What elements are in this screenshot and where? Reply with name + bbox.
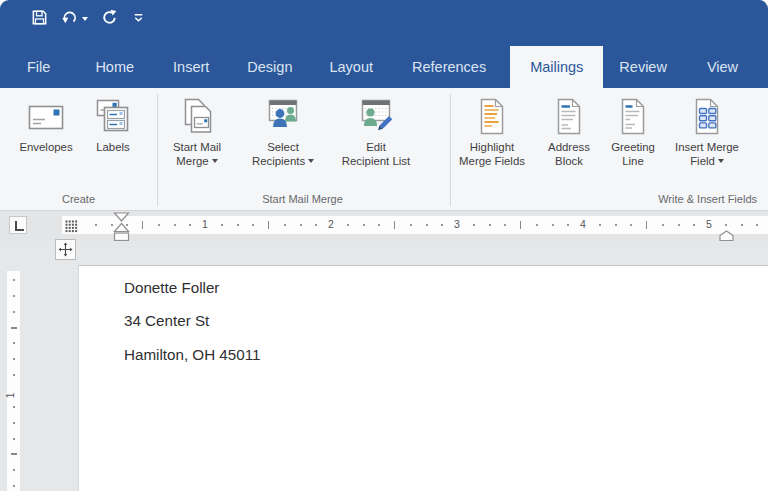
- address-line: Donette Foller: [124, 271, 260, 304]
- button-label: Address: [548, 141, 590, 155]
- vertical-ruler-strip[interactable]: 1: [7, 271, 20, 491]
- ruler-tick: [13, 469, 15, 471]
- button-label: Recipients: [252, 155, 305, 167]
- title-bar: [0, 0, 768, 46]
- table-column-marker-icon[interactable]: [65, 219, 78, 237]
- repeat-icon: [101, 9, 118, 29]
- tab-layout[interactable]: Layout: [315, 46, 387, 88]
- button-label: Insert Merge: [675, 141, 739, 155]
- tab-design[interactable]: Design: [233, 46, 306, 88]
- move-arrows-icon: [58, 242, 73, 257]
- save-icon: [31, 9, 48, 29]
- edit-recipient-list-icon: [356, 94, 396, 137]
- ruler-tick: [315, 224, 317, 226]
- group-divider: [157, 94, 158, 206]
- ruler-tick: [13, 374, 15, 376]
- greeting-line-button[interactable]: Greeting Line: [602, 94, 664, 190]
- ruler-tick: [237, 224, 239, 226]
- ruler-number: 1: [202, 218, 208, 230]
- ruler-tick: [693, 224, 695, 226]
- highlight-merge-fields-button[interactable]: Highlight Merge Fields: [450, 94, 534, 190]
- button-label: Merge: [176, 155, 208, 167]
- ruler-tick: [426, 224, 428, 226]
- group-label-create: Create: [0, 193, 157, 205]
- labels-button[interactable]: Labels: [88, 94, 138, 190]
- ruler-tick: [13, 295, 15, 297]
- button-label: Envelopes: [19, 141, 72, 155]
- ruler-tick: [520, 221, 521, 229]
- button-label: Labels: [96, 141, 130, 155]
- ruler-tick: [552, 224, 554, 226]
- address-block-text: Donette Foller 34 Center St Hamilton, OH…: [124, 271, 260, 371]
- customize-quick-access-icon: [131, 10, 146, 28]
- tab-view[interactable]: View: [693, 46, 752, 88]
- horizontal-ruler-strip[interactable]: 12345: [62, 216, 768, 234]
- ruler-tick: [615, 224, 617, 226]
- left-tab-icon: [15, 221, 24, 231]
- button-label: Select: [267, 141, 299, 155]
- ruler-tick: [13, 358, 15, 360]
- envelopes-button[interactable]: Envelopes: [14, 94, 78, 190]
- quick-access-toolbar: [31, 9, 146, 29]
- ruler-tick: [504, 224, 506, 226]
- tab-file[interactable]: File: [13, 46, 64, 88]
- chevron-down-icon: [212, 159, 218, 163]
- ruler-tick: [13, 342, 15, 344]
- address-line: Hamilton, OH 45011: [124, 338, 260, 371]
- ruler-tick: [473, 224, 475, 226]
- select-recipients-button[interactable]: Select Recipients: [238, 94, 328, 190]
- insert-merge-field-button[interactable]: Insert Merge Field: [664, 94, 750, 190]
- tab-references[interactable]: References: [398, 46, 500, 88]
- ruler-tick: [489, 224, 491, 226]
- ruler-number: 4: [580, 218, 586, 230]
- button-label: Greeting: [611, 141, 655, 155]
- ruler-tick: [394, 221, 395, 229]
- ruler-tick: [284, 224, 286, 226]
- ruler-tick: [741, 224, 743, 226]
- table-move-handle[interactable]: [55, 239, 76, 260]
- ruler-tick: [347, 224, 349, 226]
- tab-review[interactable]: Review: [605, 46, 681, 88]
- save-button[interactable]: [31, 9, 48, 29]
- ribbon-tab-bar: File Home Insert Design Layout Reference…: [0, 46, 768, 88]
- button-label: Edit: [366, 141, 386, 155]
- tab-home[interactable]: Home: [81, 46, 148, 88]
- greeting-line-icon: [613, 94, 653, 137]
- edit-recipient-list-button[interactable]: Edit Recipient List: [330, 94, 422, 190]
- tab-mailings[interactable]: Mailings: [510, 46, 603, 88]
- button-label: Merge Fields: [459, 155, 525, 169]
- ruler-tick: [13, 311, 15, 313]
- button-label: Recipient List: [342, 155, 410, 169]
- address-block-button[interactable]: Address Block: [538, 94, 600, 190]
- word-window: File Home Insert Design Layout Reference…: [0, 0, 768, 491]
- undo-button[interactable]: [61, 9, 88, 29]
- customize-quick-access-button[interactable]: [131, 10, 146, 28]
- tab-stop-selector[interactable]: [9, 216, 27, 234]
- ruler-tick: [13, 279, 15, 281]
- ruler-tick: [174, 224, 176, 226]
- ruler-tick: [646, 221, 647, 229]
- chevron-down-icon: [308, 159, 314, 163]
- ruler-tick: [441, 224, 443, 226]
- chevron-down-icon: [718, 159, 724, 163]
- ruler-tick: [678, 224, 680, 226]
- ruler-tick: [13, 406, 15, 408]
- ruler-tick: [142, 221, 143, 229]
- ruler-tick: [268, 221, 269, 229]
- undo-icon: [61, 9, 78, 29]
- ruler-tick: [378, 224, 380, 226]
- button-label: Start Mail: [173, 141, 221, 155]
- ruler-tick: [221, 224, 223, 226]
- ruler-tick: [363, 224, 365, 226]
- repeat-button[interactable]: [101, 9, 118, 29]
- labels-icon: [93, 94, 133, 137]
- ruler-number: 1: [5, 393, 16, 399]
- start-mail-merge-button[interactable]: Start Mail Merge: [160, 94, 234, 190]
- tab-insert[interactable]: Insert: [159, 46, 223, 88]
- ruler-tick: [725, 224, 727, 226]
- highlight-merge-fields-icon: [472, 94, 512, 137]
- ribbon: Envelopes Labels Create: [0, 88, 768, 211]
- address-block-icon: [549, 94, 589, 137]
- ruler-tick: [756, 224, 758, 226]
- ruler-tick: [536, 224, 538, 226]
